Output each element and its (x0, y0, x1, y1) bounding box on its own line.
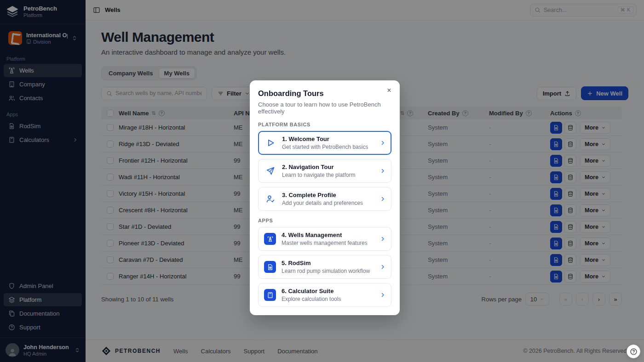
play-icon (264, 138, 276, 147)
tour-navigation[interactable]: 2. Navigation Tour Learn to navigate the… (258, 159, 391, 183)
chevron-right-icon (380, 168, 385, 174)
tour-title: 4. Wells Management (282, 232, 374, 238)
chevron-right-icon (380, 140, 385, 146)
chevron-right-icon (380, 292, 385, 298)
tour-desc: Add your details and preferences (282, 200, 374, 206)
wells-app-icon (264, 233, 276, 245)
tour-list-platform-basics: 1. Welcome Tour Get started with PetroBe… (258, 131, 391, 211)
tour-desc: Learn rod pump simulation workflow (282, 268, 374, 274)
tour-desc: Get started with PetroBench basics (282, 144, 374, 150)
tour-desc: Master wells management features (282, 240, 374, 246)
tour-title: 1. Welcome Tour (282, 136, 374, 142)
tour-calculator-suite[interactable]: 6. Calculator Suite Explore calculation … (258, 283, 391, 307)
calculator-app-icon (264, 289, 276, 301)
tour-rodsim[interactable]: 5. RodSim Learn rod pump simulation work… (258, 255, 391, 279)
tour-title: 2. Navigation Tour (282, 164, 374, 170)
modal-section-platform-basics: PLATFORM BASICS (258, 122, 391, 127)
rodsim-app-icon (264, 261, 276, 273)
modal-title: Onboarding Tours (258, 89, 391, 98)
help-fab-button[interactable] (627, 345, 640, 358)
close-icon[interactable]: × (384, 85, 394, 96)
tour-wells-management[interactable]: 4. Wells Management Master wells managem… (258, 227, 391, 251)
user-check-icon (264, 194, 276, 204)
tour-title: 3. Complete Profile (282, 192, 374, 198)
chevron-right-icon (380, 196, 385, 202)
tour-complete-profile[interactable]: 3. Complete Profile Add your details and… (258, 187, 391, 211)
tour-desc: Explore calculation tools (282, 296, 374, 302)
tour-desc: Learn to navigate the platform (282, 172, 374, 178)
modal-section-apps: APPS (258, 218, 391, 223)
chevron-right-icon (380, 236, 385, 242)
chevron-right-icon (380, 264, 385, 270)
tour-list-apps: 4. Wells Management Master wells managem… (258, 227, 391, 307)
tour-welcome[interactable]: 1. Welcome Tour Get started with PetroBe… (258, 131, 391, 155)
send-icon (264, 166, 276, 175)
tour-title: 6. Calculator Suite (282, 288, 374, 294)
modal-subtitle: Choose a tour to learn how to use PetroB… (258, 101, 391, 115)
tour-title: 5. RodSim (282, 260, 374, 266)
onboarding-tours-modal: × Onboarding Tours Choose a tour to lear… (250, 80, 400, 315)
